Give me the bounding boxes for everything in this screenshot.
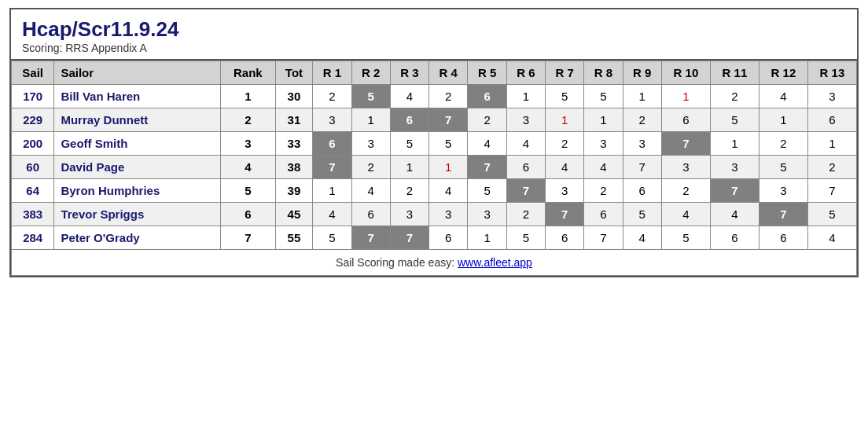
race-result-r4: 3 (429, 203, 468, 226)
race-result-r3: 5 (390, 132, 428, 156)
col-r5: R 5 (468, 61, 506, 85)
race-result-r7: 1 (546, 108, 584, 132)
race-result-r6: 1 (506, 85, 545, 108)
race-result-r13: 5 (807, 203, 856, 226)
race-result-r9: 6 (623, 179, 661, 203)
footer-cell: Sail Scoring made easy: www.afleet.app (12, 250, 857, 276)
results-table: Sail Sailor Rank Tot R 1 R 2 R 3 R 4 R 5… (11, 61, 857, 276)
race-result-r13: 7 (807, 179, 856, 203)
total-score: 31 (275, 108, 313, 132)
race-result-r6: 2 (506, 203, 545, 226)
total-score: 38 (275, 156, 313, 179)
col-r7: R 7 (546, 61, 584, 85)
race-result-r5: 3 (468, 203, 506, 226)
race-result-r8: 3 (584, 132, 623, 156)
race-result-r12: 2 (759, 132, 807, 156)
sailor-name: Byron Humphries (54, 179, 221, 203)
sailor-name: Geoff Smith (54, 132, 221, 156)
race-result-r1: 3 (313, 108, 351, 132)
col-tot: Tot (275, 61, 313, 85)
rank-value: 7 (221, 226, 276, 250)
sailor-name: Murray Dunnett (54, 108, 221, 132)
race-result-r5: 7 (468, 156, 506, 179)
table-row: 64Byron Humphries5391424573262737 (12, 179, 857, 203)
race-result-r2: 1 (351, 108, 390, 132)
race-result-r9: 4 (623, 226, 661, 250)
sail-number: 229 (12, 108, 54, 132)
col-sailor: Sailor (54, 61, 221, 85)
race-result-r6: 5 (506, 226, 545, 250)
race-result-r4: 1 (429, 156, 468, 179)
col-rank: Rank (221, 61, 276, 85)
rank-value: 4 (221, 156, 276, 179)
sailor-name: Peter O'Grady (54, 226, 221, 250)
race-result-r5: 2 (468, 108, 506, 132)
race-result-r10: 5 (661, 226, 710, 250)
sail-number: 60 (12, 156, 54, 179)
race-result-r4: 7 (429, 108, 468, 132)
sail-number: 383 (12, 203, 54, 226)
col-sail: Sail (12, 61, 54, 85)
table-header-row: Sail Sailor Rank Tot R 1 R 2 R 3 R 4 R 5… (12, 61, 857, 85)
race-result-r10: 6 (661, 108, 710, 132)
race-result-r6: 4 (506, 132, 545, 156)
table-row: 229Murray Dunnett2313167231126516 (12, 108, 857, 132)
race-result-r10: 7 (661, 132, 710, 156)
race-result-r1: 5 (313, 226, 351, 250)
table-row: 383Trevor Spriggs6454633327654475 (12, 203, 857, 226)
race-result-r12: 6 (759, 226, 807, 250)
race-result-r7: 5 (546, 85, 584, 108)
race-result-r5: 1 (468, 226, 506, 250)
race-result-r4: 4 (429, 179, 468, 203)
table-row: 284Peter O'Grady7555776156745664 (12, 226, 857, 250)
race-result-r6: 6 (506, 156, 545, 179)
race-result-r13: 4 (807, 226, 856, 250)
race-result-r2: 7 (351, 226, 390, 250)
table-row: 170Bill Van Haren1302542615511243 (12, 85, 857, 108)
rank-value: 3 (221, 132, 276, 156)
race-result-r6: 7 (506, 179, 545, 203)
race-result-r11: 1 (710, 132, 759, 156)
col-r3: R 3 (390, 61, 428, 85)
page-subtitle: Scoring: RRS Appendix A (22, 42, 846, 54)
col-r2: R 2 (351, 61, 390, 85)
sail-number: 284 (12, 226, 54, 250)
table-row: 60David Page4387211764473352 (12, 156, 857, 179)
race-result-r8: 2 (584, 179, 623, 203)
race-result-r4: 5 (429, 132, 468, 156)
race-result-r8: 6 (584, 203, 623, 226)
race-result-r5: 4 (468, 132, 506, 156)
col-r1: R 1 (313, 61, 351, 85)
race-result-r9: 7 (623, 156, 661, 179)
race-result-r7: 7 (546, 203, 584, 226)
race-result-r1: 2 (313, 85, 351, 108)
race-result-r10: 2 (661, 179, 710, 203)
race-result-r13: 1 (807, 132, 856, 156)
race-result-r3: 2 (390, 179, 428, 203)
total-score: 33 (275, 132, 313, 156)
race-result-r9: 2 (623, 108, 661, 132)
race-result-r10: 1 (661, 85, 710, 108)
footer-link[interactable]: www.afleet.app (458, 256, 532, 269)
rank-value: 5 (221, 179, 276, 203)
race-result-r11: 6 (710, 226, 759, 250)
race-result-r7: 4 (546, 156, 584, 179)
race-result-r8: 4 (584, 156, 623, 179)
col-r4: R 4 (429, 61, 468, 85)
race-result-r3: 4 (390, 85, 428, 108)
race-result-r8: 7 (584, 226, 623, 250)
footer-row: Sail Scoring made easy: www.afleet.app (12, 250, 857, 276)
rank-value: 6 (221, 203, 276, 226)
race-result-r4: 2 (429, 85, 468, 108)
race-result-r7: 2 (546, 132, 584, 156)
race-result-r5: 6 (468, 85, 506, 108)
race-result-r2: 6 (351, 203, 390, 226)
sailor-name: David Page (54, 156, 221, 179)
col-r13: R 13 (807, 61, 856, 85)
table-row: 200Geoff Smith3336355442337121 (12, 132, 857, 156)
race-result-r12: 3 (759, 179, 807, 203)
race-result-r1: 1 (313, 179, 351, 203)
sailor-name: Bill Van Haren (54, 85, 221, 108)
race-result-r7: 6 (546, 226, 584, 250)
total-score: 39 (275, 179, 313, 203)
